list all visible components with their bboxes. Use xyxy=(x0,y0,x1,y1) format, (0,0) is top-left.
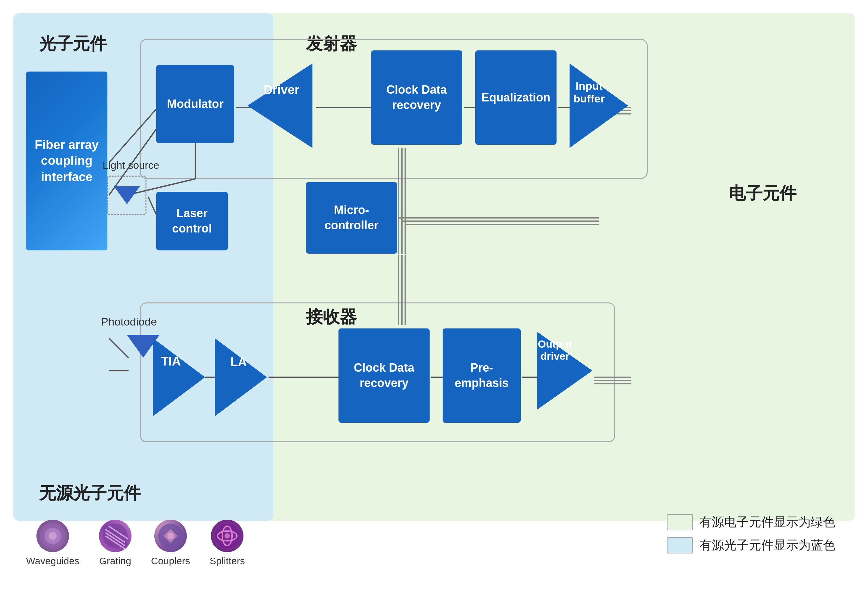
light-source-label: Light source xyxy=(103,160,159,172)
clock-data-tx-block: Clock Datarecovery xyxy=(371,50,462,145)
legend: 有源电子元件显示为绿色 有源光子元件显示为蓝色 xyxy=(667,514,835,560)
light-source-symbol xyxy=(114,186,140,204)
legend-blue-color xyxy=(667,537,693,554)
passive-label: 无源光子元件 xyxy=(39,482,140,505)
legend-green-color xyxy=(667,514,693,530)
bottom-icons-row: Waveguides Grating xyxy=(26,520,245,566)
tia-shape xyxy=(153,338,205,416)
legend-blue-item: 有源光子元件显示为蓝色 xyxy=(667,537,835,554)
waveguides-label: Waveguides xyxy=(26,555,79,566)
main-diagram: 光子元件 发射器 电子元件 接收器 无源光子元件 xyxy=(13,13,855,586)
legend-green-item: 有源电子元件显示为绿色 xyxy=(667,514,835,530)
electronic-label: 电子元件 xyxy=(729,182,796,205)
fiber-array-label: Fiber array coupling interface xyxy=(26,137,107,185)
modulator-label: Modulator xyxy=(167,96,223,112)
output-driver-shape xyxy=(537,332,592,410)
microcontroller-block: Micro-controller xyxy=(306,182,397,254)
svg-point-36 xyxy=(49,532,57,540)
la-shape xyxy=(215,338,267,416)
laser-control-block: Lasercontrol xyxy=(156,192,228,250)
fiber-array-block: Fiber array coupling interface xyxy=(26,72,107,250)
waveguides-icon xyxy=(36,520,69,552)
pre-emphasis-label: Pre-emphasis xyxy=(455,360,509,391)
couplers-icon xyxy=(154,520,187,552)
splitters-icon xyxy=(211,520,243,552)
splitters-icon-item: Splitters xyxy=(210,520,245,566)
photon-label: 光子元件 xyxy=(39,33,107,55)
legend-blue-label: 有源光子元件显示为蓝色 xyxy=(699,537,835,554)
grating-label: Grating xyxy=(99,555,131,566)
couplers-icon-item: Couplers xyxy=(151,520,190,566)
driver-shape xyxy=(248,63,312,148)
equalization-block: Equalization xyxy=(475,50,557,145)
legend-green-label: 有源电子元件显示为绿色 xyxy=(699,514,835,530)
svg-point-48 xyxy=(225,533,230,539)
grating-icon-item: Grating xyxy=(99,520,131,566)
grating-icon xyxy=(99,520,131,552)
input-buffer-shape xyxy=(569,63,628,148)
laser-control-label: Lasercontrol xyxy=(172,206,212,236)
light-source-box xyxy=(107,176,146,215)
couplers-label: Couplers xyxy=(151,555,190,566)
clock-data-tx-label: Clock Datarecovery xyxy=(386,82,447,113)
clock-data-rx-block: Clock Datarecovery xyxy=(338,328,430,423)
modulator-block: Modulator xyxy=(156,65,234,143)
equalization-label: Equalization xyxy=(482,90,550,105)
pre-emphasis-block: Pre-emphasis xyxy=(442,328,521,423)
microcontroller-label: Micro-controller xyxy=(325,203,379,233)
photodiode-label: Photodiode xyxy=(101,315,157,328)
waveguides-icon-item: Waveguides xyxy=(26,520,79,566)
splitters-label: Splitters xyxy=(210,555,245,566)
svg-point-44 xyxy=(167,533,174,539)
clock-data-rx-label: Clock Datarecovery xyxy=(354,360,414,391)
